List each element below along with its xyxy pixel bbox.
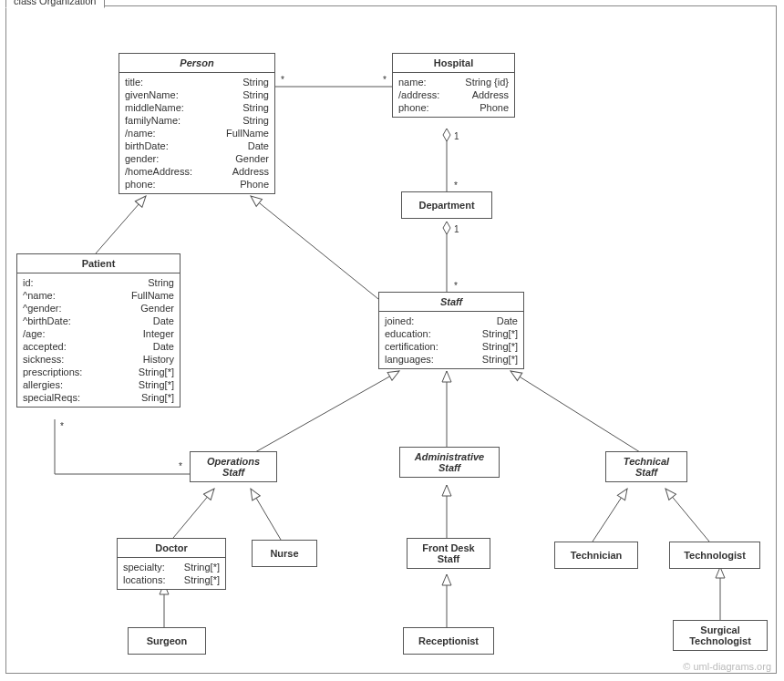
class-title: Person: [119, 54, 274, 73]
class-staff: Staff joined:Date education:String[*] ce…: [378, 292, 524, 369]
class-surgical-technologist: Surgical Technologist: [673, 620, 768, 651]
class-administrative-staff: Administrative Staff: [399, 447, 500, 478]
class-title: Nurse: [253, 541, 316, 566]
mult-person-hospital-left: *: [281, 75, 284, 85]
class-title: Doctor: [118, 539, 225, 558]
class-technical-staff: Technical Staff: [605, 451, 687, 482]
class-person: Person title:String givenName:String mid…: [119, 53, 275, 194]
class-title: Hospital: [393, 54, 514, 73]
mult-person-hospital-right: *: [383, 75, 387, 85]
mult-hosp-dept-bot: *: [454, 181, 458, 191]
class-title: Administrative Staff: [400, 448, 499, 477]
class-title: Patient: [17, 254, 180, 273]
class-title: Surgical Technologist: [674, 621, 767, 650]
class-attrs: joined:Date education:String[*] certific…: [379, 312, 523, 368]
class-attrs: specialty:String[*] locations:String[*]: [118, 558, 225, 589]
class-hospital: Hospital name:String {id} /address:Addre…: [392, 53, 515, 118]
mult-patient-ops-right: *: [179, 461, 182, 471]
diagram-canvas: class Organization: [0, 0, 784, 681]
class-title: Front Desk Staff: [407, 539, 490, 568]
class-title: Technician: [555, 542, 637, 568]
class-department: Department: [401, 191, 492, 219]
class-receptionist: Receptionist: [403, 627, 494, 655]
class-title: Technical Staff: [606, 452, 686, 481]
frame-title: class Organization: [5, 0, 105, 8]
class-front-desk-staff: Front Desk Staff: [407, 538, 490, 569]
class-attrs: name:String {id} /address:Address phone:…: [393, 73, 514, 117]
class-title: Department: [402, 192, 491, 218]
class-operations-staff: Operations Staff: [190, 451, 277, 482]
class-title: Surgeon: [129, 628, 205, 654]
watermark: © uml-diagrams.org: [683, 661, 771, 672]
class-attrs: id:String ^name:FullName ^gender:Gender …: [17, 273, 180, 407]
mult-dept-staff-top: 1: [454, 224, 459, 234]
class-nurse: Nurse: [252, 540, 317, 567]
class-technologist: Technologist: [669, 542, 760, 569]
mult-patient-ops-left: *: [60, 421, 64, 431]
mult-dept-staff-bot: *: [454, 281, 458, 291]
mult-hosp-dept-top: 1: [454, 131, 459, 141]
class-attrs: title:String givenName:String middleName…: [119, 73, 274, 193]
class-patient: Patient id:String ^name:FullName ^gender…: [16, 253, 181, 408]
class-title: Technologist: [670, 542, 759, 568]
class-surgeon: Surgeon: [128, 627, 206, 655]
class-title: Receptionist: [404, 628, 493, 654]
class-technician: Technician: [554, 542, 638, 569]
class-doctor: Doctor specialty:String[*] locations:Str…: [117, 538, 226, 590]
class-title: Operations Staff: [191, 452, 276, 481]
class-title: Staff: [379, 293, 523, 312]
